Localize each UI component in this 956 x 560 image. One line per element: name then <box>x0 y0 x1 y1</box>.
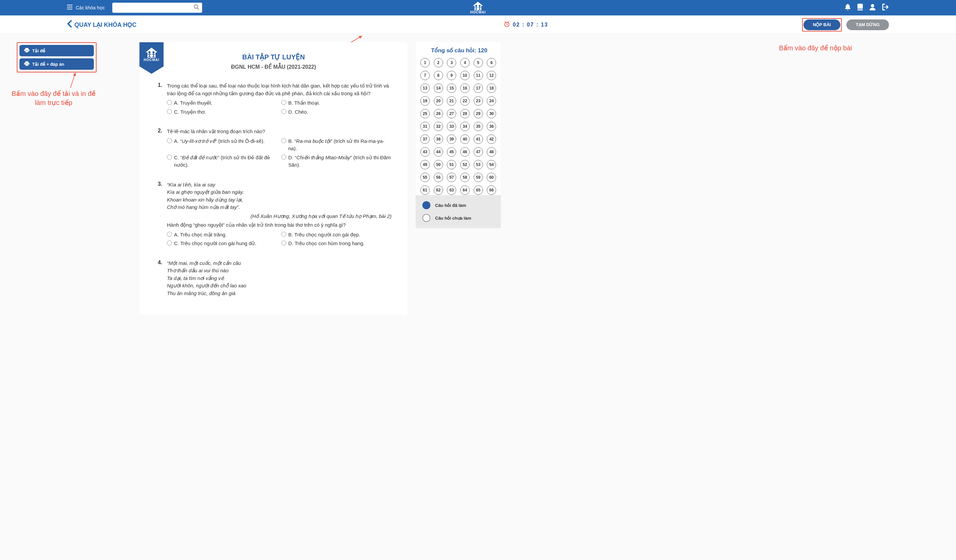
question-nav-cell[interactable]: 1 <box>420 58 430 68</box>
question-nav-cell[interactable]: 40 <box>460 134 470 144</box>
question-nav-cell[interactable]: 63 <box>447 186 456 195</box>
radio-icon[interactable] <box>167 154 172 160</box>
question-nav-cell[interactable]: 56 <box>434 173 443 182</box>
answer-option[interactable]: C. Trêu chọc người con gái hung dữ. <box>167 240 277 247</box>
question-nav-cell[interactable]: 43 <box>420 147 430 157</box>
question-nav-cell[interactable]: 18 <box>487 83 496 93</box>
answer-option[interactable]: A. Trêu chọc mặt trăng. <box>167 231 277 239</box>
question-nav-cell[interactable]: 38 <box>434 134 443 144</box>
question-nav-cell[interactable]: 44 <box>434 147 443 157</box>
question-nav-cell[interactable]: 16 <box>460 83 470 93</box>
book-icon[interactable] <box>857 4 863 12</box>
question-nav-cell[interactable]: 51 <box>447 160 456 169</box>
question-nav-cell[interactable]: 15 <box>447 83 456 93</box>
question-nav-cell[interactable]: 19 <box>420 96 430 105</box>
user-icon[interactable] <box>870 4 876 12</box>
question-nav-cell[interactable]: 49 <box>420 160 430 169</box>
question-nav-cell[interactable]: 28 <box>460 109 470 118</box>
search-icon[interactable] <box>193 4 200 11</box>
question-nav-cell[interactable]: 41 <box>474 134 483 144</box>
radio-icon[interactable] <box>167 232 172 237</box>
radio-icon[interactable] <box>281 232 286 237</box>
question-nav-cell[interactable]: 54 <box>487 160 496 169</box>
pause-button[interactable]: TẠM DỪNG <box>846 19 889 30</box>
question-nav-cell[interactable]: 13 <box>420 83 430 93</box>
search-input[interactable] <box>115 5 193 10</box>
question-nav-cell[interactable]: 22 <box>460 96 470 105</box>
question-nav-cell[interactable]: 11 <box>474 71 483 80</box>
question-nav-cell[interactable]: 26 <box>434 109 443 118</box>
question-nav-cell[interactable]: 35 <box>474 122 483 131</box>
question-nav-cell[interactable]: 64 <box>460 186 470 195</box>
radio-icon[interactable] <box>281 100 286 105</box>
bell-icon[interactable] <box>845 4 851 12</box>
answer-option[interactable]: B. Trêu chọc người con gái đẹp. <box>281 231 392 239</box>
question-nav-cell[interactable]: 12 <box>487 71 496 80</box>
question-nav-cell[interactable]: 46 <box>460 147 470 157</box>
answer-option[interactable]: A. Truyền thuyết. <box>167 99 277 107</box>
search-input-wrap[interactable] <box>112 3 202 13</box>
question-nav-cell[interactable]: 52 <box>460 160 470 169</box>
logout-icon[interactable] <box>882 4 889 12</box>
submit-button[interactable]: NỘP BÀI <box>803 19 840 30</box>
question-nav-cell[interactable]: 27 <box>447 109 456 118</box>
menu-icon[interactable] <box>67 5 72 11</box>
question-nav-cell[interactable]: 48 <box>487 147 496 157</box>
question-nav-cell[interactable]: 5 <box>474 58 483 68</box>
radio-icon[interactable] <box>167 138 172 143</box>
question-nav-cell[interactable]: 2 <box>434 58 443 68</box>
question-nav-cell[interactable]: 57 <box>447 173 456 182</box>
answer-option[interactable]: D. “Chiến thắng Mtao-Mxây” (trích sử thi… <box>281 154 392 169</box>
question-nav-cell[interactable]: 25 <box>420 109 430 118</box>
question-nav-cell[interactable]: 30 <box>487 109 496 118</box>
answer-option[interactable]: C. Truyện thơ. <box>167 108 277 116</box>
download-exam-button[interactable]: Tải đề <box>19 45 94 56</box>
question-nav-cell[interactable]: 33 <box>447 122 456 131</box>
question-nav-cell[interactable]: 23 <box>474 96 483 105</box>
question-nav-cell[interactable]: 45 <box>447 147 456 157</box>
question-nav-cell[interactable]: 21 <box>447 96 456 105</box>
question-nav-cell[interactable]: 36 <box>487 122 496 131</box>
radio-icon[interactable] <box>167 100 172 105</box>
question-nav-cell[interactable]: 17 <box>474 83 483 93</box>
question-nav-cell[interactable]: 61 <box>420 186 430 195</box>
radio-icon[interactable] <box>167 109 172 114</box>
question-nav-cell[interactable]: 47 <box>474 147 483 157</box>
question-nav-cell[interactable]: 66 <box>487 186 496 195</box>
brand-logo[interactable]: HOCMAI <box>470 2 486 14</box>
question-nav-cell[interactable]: 7 <box>420 71 430 80</box>
question-index-scroll[interactable]: Tổng số câu hỏi: 120 1234567891011121314… <box>416 42 501 195</box>
answer-option[interactable]: D. Chèo. <box>281 108 392 116</box>
question-nav-cell[interactable]: 31 <box>420 122 430 131</box>
answer-option[interactable]: B. “Ra-ma buộc tội” (trích sử thi Ra-ma-… <box>281 137 392 153</box>
radio-icon[interactable] <box>281 241 286 245</box>
question-nav-cell[interactable]: 58 <box>460 173 470 182</box>
radio-icon[interactable] <box>167 241 172 245</box>
question-nav-cell[interactable]: 59 <box>474 173 483 182</box>
answer-option[interactable]: D. Trêu chọc con hùm trong hang. <box>281 240 392 247</box>
question-nav-cell[interactable]: 3 <box>447 58 456 68</box>
question-nav-cell[interactable]: 62 <box>434 186 443 195</box>
question-nav-cell[interactable]: 14 <box>434 83 443 93</box>
question-nav-cell[interactable]: 32 <box>434 122 443 131</box>
radio-icon[interactable] <box>281 154 286 160</box>
question-nav-cell[interactable]: 20 <box>434 96 443 105</box>
question-nav-cell[interactable]: 10 <box>460 71 470 80</box>
question-nav-cell[interactable]: 24 <box>487 96 496 105</box>
nav-courses-label[interactable]: Các khóa học <box>76 5 105 10</box>
question-nav-cell[interactable]: 65 <box>474 186 483 195</box>
question-nav-cell[interactable]: 55 <box>420 173 430 182</box>
question-nav-cell[interactable]: 8 <box>434 71 443 80</box>
radio-icon[interactable] <box>281 138 286 143</box>
answer-option[interactable]: A. “Uy-lít-xơ trở về” (trích sử thi Ô-đi… <box>167 137 277 153</box>
question-nav-cell[interactable]: 39 <box>447 134 456 144</box>
question-nav-cell[interactable]: 4 <box>460 58 470 68</box>
download-exam-answers-button[interactable]: Tải đề + đáp án <box>19 58 94 70</box>
question-nav-cell[interactable]: 9 <box>447 71 456 80</box>
question-nav-cell[interactable]: 34 <box>460 122 470 131</box>
question-nav-cell[interactable]: 6 <box>487 58 496 68</box>
answer-option[interactable]: C. “Đẻ đất đẻ nước” (trích sử thi Đẻ đất… <box>167 154 277 169</box>
question-nav-cell[interactable]: 53 <box>474 160 483 169</box>
radio-icon[interactable] <box>281 109 286 114</box>
answer-option[interactable]: B. Thần thoại. <box>281 99 392 107</box>
